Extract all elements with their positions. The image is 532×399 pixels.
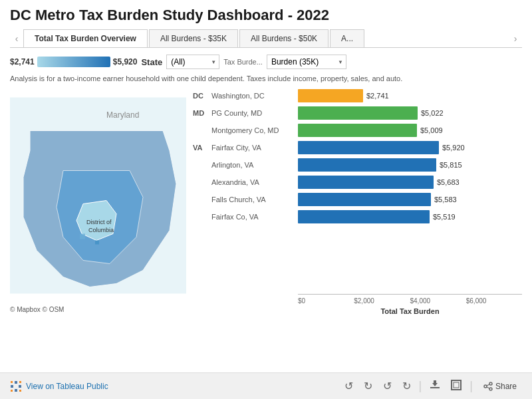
bar[interactable] bbox=[298, 210, 430, 223]
taxburden-select[interactable]: Burden (35K)Burden (50K)Burden (75K) bbox=[267, 55, 346, 69]
tab-next-arrow[interactable]: › bbox=[509, 33, 522, 44]
undo-button[interactable]: ↺ bbox=[342, 378, 356, 394]
redo-button[interactable]: ↻ bbox=[361, 378, 375, 394]
x-axis-tick: $4,000 bbox=[410, 297, 466, 305]
range-bar[interactable] bbox=[37, 57, 110, 67]
bar-row: Falls Church, VA$5,583 bbox=[193, 193, 522, 206]
download-button[interactable] bbox=[427, 378, 443, 394]
view-tableau-link[interactable]: View on Tableau Public bbox=[10, 380, 108, 392]
svg-rect-9 bbox=[19, 385, 21, 388]
taxburden-filter-group: Tax Burde... Burden (35K)Burden (50K)Bur… bbox=[223, 55, 346, 69]
range-max-value: $5,920 bbox=[113, 57, 138, 66]
svg-rect-16 bbox=[452, 380, 461, 390]
svg-rect-10 bbox=[11, 381, 13, 383]
bar[interactable] bbox=[298, 141, 439, 154]
bar-state: VA bbox=[193, 144, 211, 152]
bar-row: Alexandria, VA$5,683 bbox=[193, 176, 522, 189]
range-min-value: $2,741 bbox=[10, 57, 35, 66]
bar-city: Fairfax Co, VA bbox=[211, 213, 298, 221]
download-icon bbox=[430, 380, 440, 390]
bar-state: DC bbox=[193, 92, 211, 100]
bar-container: $5,583 bbox=[298, 193, 522, 206]
tableau-icon bbox=[10, 380, 22, 392]
bar-container: $5,683 bbox=[298, 176, 522, 189]
bar-container: $5,009 bbox=[298, 124, 522, 137]
bar[interactable] bbox=[298, 158, 436, 172]
bar-row: VAFairfax City, VA$5,920 bbox=[193, 141, 522, 154]
bar-container: $5,920 bbox=[298, 141, 522, 154]
range-filter-group: $2,741 $5,920 bbox=[10, 57, 137, 67]
bar[interactable] bbox=[298, 193, 431, 206]
bar-value: $5,022 bbox=[421, 109, 444, 117]
bar-chart: DCWashington, DC$2,741MDPG County, MD$5,… bbox=[193, 89, 522, 294]
revert-button[interactable]: ↺ bbox=[380, 378, 394, 394]
bar-value: $5,920 bbox=[442, 144, 465, 152]
x-axis: $0$2,000$4,000$6,000 bbox=[298, 297, 522, 305]
chart-area: DCWashington, DC$2,741MDPG County, MD$5,… bbox=[193, 89, 522, 315]
bar-value: $5,683 bbox=[437, 178, 460, 186]
svg-text:District of: District of bbox=[86, 219, 112, 225]
svg-rect-7 bbox=[15, 389, 17, 392]
tab-bar: ‹ Total Tax Burden OverviewAll Burdens -… bbox=[10, 29, 522, 48]
tab-1[interactable]: All Burdens - $35K bbox=[149, 29, 238, 47]
x-axis-tick: $6,000 bbox=[466, 297, 522, 305]
bar-city: Washington, DC bbox=[211, 92, 298, 100]
tab-3[interactable]: A... bbox=[330, 29, 364, 47]
bar-city: Falls Church, VA bbox=[211, 196, 298, 203]
bar[interactable] bbox=[298, 124, 417, 137]
bar-value: $5,815 bbox=[440, 161, 462, 169]
main-content: Maryland District of Columbia © Mapbox ©… bbox=[10, 89, 522, 315]
tab-prev-arrow[interactable]: ‹ bbox=[10, 33, 23, 44]
state-select[interactable]: (All)DCMDVA bbox=[166, 55, 219, 69]
svg-point-18 bbox=[489, 382, 492, 385]
share-icon bbox=[483, 382, 493, 391]
bar-container: $5,519 bbox=[298, 210, 522, 223]
separator1: | bbox=[419, 379, 422, 393]
svg-text:Maryland: Maryland bbox=[106, 110, 139, 120]
forward-button[interactable]: ↻ bbox=[400, 378, 414, 394]
bar-city: Fairfax City, VA bbox=[211, 144, 298, 152]
svg-line-21 bbox=[487, 384, 489, 386]
x-axis-tick: $0 bbox=[298, 297, 354, 305]
svg-marker-15 bbox=[432, 380, 438, 386]
svg-rect-5 bbox=[95, 241, 99, 245]
state-select-wrapper[interactable]: (All)DCMDVA bbox=[166, 55, 219, 69]
taxburden-label: Tax Burde... bbox=[223, 58, 263, 66]
svg-point-20 bbox=[489, 388, 492, 390]
filters-row: $2,741 $5,920 State (All)DCMDVA Tax Burd… bbox=[10, 55, 522, 69]
fullscreen-button[interactable] bbox=[448, 378, 464, 394]
share-button[interactable]: Share bbox=[478, 379, 522, 394]
dashboard: DC Metro Tax Burden Study Dashboard - 20… bbox=[0, 0, 532, 399]
taxburden-select-wrapper[interactable]: Burden (35K)Burden (50K)Burden (75K) bbox=[267, 55, 346, 69]
svg-line-22 bbox=[487, 387, 489, 388]
svg-point-19 bbox=[484, 385, 487, 388]
svg-rect-13 bbox=[19, 390, 21, 392]
map-area: Maryland District of Columbia © Mapbox ©… bbox=[10, 89, 186, 302]
tab-2[interactable]: All Burdens - $50K bbox=[239, 29, 329, 47]
tabs-container: Total Tax Burden OverviewAll Burdens - $… bbox=[23, 29, 509, 47]
svg-rect-12 bbox=[11, 390, 13, 392]
bar[interactable] bbox=[298, 106, 418, 120]
bar-row: MDPG County, MD$5,022 bbox=[193, 106, 522, 120]
state-label: State bbox=[141, 57, 162, 67]
bar[interactable] bbox=[298, 89, 363, 102]
bar-row: DCWashington, DC$2,741 bbox=[193, 89, 522, 102]
map-svg: Maryland District of Columbia bbox=[10, 89, 186, 302]
view-tableau-label: View on Tableau Public bbox=[26, 382, 108, 391]
bar-row: Montgomery Co, MD$5,009 bbox=[193, 124, 522, 137]
analysis-note: Analysis is for a two-income earner hous… bbox=[10, 74, 522, 82]
share-label: Share bbox=[495, 382, 517, 391]
svg-rect-17 bbox=[454, 382, 459, 388]
bar-city: Montgomery Co, MD bbox=[211, 126, 298, 134]
tab-0[interactable]: Total Tax Burden Overview bbox=[23, 29, 148, 47]
svg-rect-6 bbox=[15, 381, 17, 384]
bar-row: Arlington, VA$5,815 bbox=[193, 158, 522, 172]
bar[interactable] bbox=[298, 176, 434, 189]
bar-container: $5,022 bbox=[298, 106, 522, 120]
svg-text:Columbia: Columbia bbox=[88, 227, 114, 233]
fullscreen-icon bbox=[451, 380, 462, 390]
state-filter-group: State (All)DCMDVA bbox=[141, 55, 219, 69]
bar-value: $5,519 bbox=[433, 213, 456, 221]
bar-state: MD bbox=[193, 109, 211, 117]
bar-value: $2,741 bbox=[366, 92, 389, 100]
